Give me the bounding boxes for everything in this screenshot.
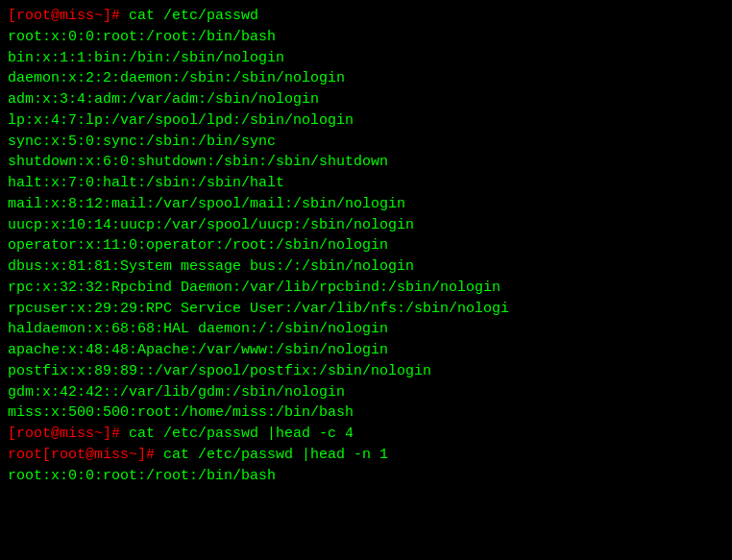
line-19: gdm:x:42:42::/var/lib/gdm:/sbin/nologin [8,382,724,403]
line-12: operator:x:11:0:operator:/root:/sbin/nol… [8,235,724,256]
terminal-window: [root@miss~]# cat /etc/passwd root:x:0:0… [0,0,732,560]
line-22: root[root@miss~]# cat /etc/passwd |head … [8,445,724,466]
line-10: mail:x:8:12:mail:/var/spool/mail:/sbin/n… [8,194,724,215]
command-3: cat /etc/passwd |head -n 1 [155,447,388,463]
line-9: halt:x:7:0:halt:/sbin:/sbin/halt [8,173,724,194]
line-11: uucp:x:10:14:uucp:/var/spool/uucp:/sbin/… [8,215,724,236]
line-15: rpcuser:x:29:29:RPC Service User:/var/li… [8,299,724,320]
prompt: [root@miss~]# [8,8,120,24]
line-3: bin:x:1:1:bin:/bin:/sbin/nologin [8,48,724,69]
line-8: shutdown:x:6:0:shutdown:/sbin:/sbin/shut… [8,152,724,173]
line-23: root:x:0:0:root:/root:/bin/bash [8,466,724,487]
command-2: cat /etc/passwd |head -c 4 [120,426,354,442]
output-red: root [8,447,42,463]
line-13: dbus:x:81:81:System message bus:/:/sbin/… [8,256,724,278]
line-16: haldaemon:x:68:68:HAL daemon:/:/sbin/nol… [8,319,724,340]
line-5: adm:x:3:4:adm:/var/adm:/sbin/nologin [8,89,724,110]
command: cat /etc/passwd [120,8,258,24]
line-14: rpc:x:32:32:Rpcbind Daemon:/var/lib/rpcb… [8,278,724,299]
line-21: [root@miss~]# cat /etc/passwd |head -c 4 [8,424,724,445]
prompt-red-3: [root@miss~]# [42,447,155,463]
line-1: [root@miss~]# cat /etc/passwd [8,6,724,27]
line-6: lp:x:4:7:lp:/var/spool/lpd:/sbin/nologin [8,110,724,132]
line-20: miss:x:500:500:root:/home/miss:/bin/bash [8,402,724,424]
prompt-red-2: [root@miss~]# [8,426,120,442]
line-18: postfix:x:89:89::/var/spool/postfix:/sbi… [8,361,724,382]
line-7: sync:x:5:0:sync:/sbin:/bin/sync [8,132,724,153]
line-2: root:x:0:0:root:/root:/bin/bash [8,27,724,48]
line-17: apache:x:48:48:Apache:/var/www:/sbin/nol… [8,340,724,361]
line-4: daemon:x:2:2:daemon:/sbin:/sbin/nologin [8,68,724,89]
